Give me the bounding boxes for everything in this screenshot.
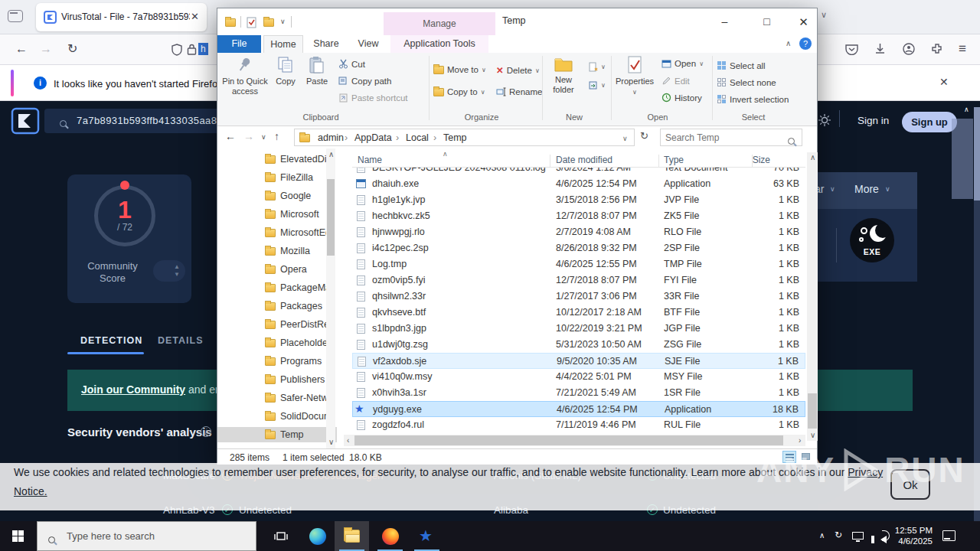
- history-button[interactable]: History: [662, 93, 702, 103]
- task-view-button[interactable]: [264, 521, 299, 551]
- info-tooltip-icon[interactable]: i: [201, 426, 211, 437]
- sidebar-item-soliddocuments[interactable]: SolidDocum: [217, 409, 337, 424]
- table-row[interactable]: dhaiuh.exe4/6/2025 12:54 PMApplication63…: [352, 176, 805, 192]
- sidebar-item-publishers[interactable]: Publishers: [217, 372, 337, 387]
- scroll-up-icon[interactable]: ∧: [810, 153, 815, 161]
- easy-access-button[interactable]: ∨: [588, 80, 606, 90]
- table-row[interactable]: x0hvih3a.1sr7/21/2021 5:49 AM1SR File1 K…: [352, 385, 805, 401]
- privacy-link[interactable]: Privacy: [848, 466, 883, 478]
- edit-button[interactable]: Edit: [662, 76, 690, 86]
- menu-icon[interactable]: ≡: [959, 43, 966, 55]
- taskbar-firefox-button[interactable]: [373, 521, 407, 551]
- new-item-button[interactable]: ∨: [588, 62, 606, 72]
- table-row[interactable]: Log.tmp4/6/2025 12:55 PMTMP File1 KB: [352, 256, 805, 272]
- tree-scroll-up-icon[interactable]: ∧: [328, 150, 334, 158]
- table-row[interactable]: zogdzfo4.rul7/11/2019 4:46 PMRUL File1 K…: [352, 417, 805, 433]
- taskbar-bookmarks-button[interactable]: ★: [410, 521, 444, 551]
- tree-scroll-down-icon[interactable]: ∨: [328, 438, 334, 446]
- select-none-button[interactable]: Select none: [717, 77, 776, 87]
- vote-widget[interactable]: ▲▼: [153, 260, 185, 282]
- copy-button[interactable]: Copy: [271, 56, 300, 86]
- network-icon[interactable]: [852, 532, 864, 540]
- tab-details[interactable]: DETAILS: [158, 335, 204, 346]
- table-row[interactable]: h1gle1yk.jvp3/15/2018 2:56 PMJVP File1 K…: [352, 192, 805, 208]
- scroll-down-icon[interactable]: ∨: [810, 431, 815, 439]
- sidebar-item-placeholder[interactable]: Placeholder: [217, 335, 337, 350]
- column-date-modified[interactable]: Date modified: [556, 155, 612, 165]
- close-button[interactable]: ✕: [786, 8, 821, 35]
- open-button[interactable]: Open∨: [662, 59, 704, 68]
- lock-icon[interactable]: [187, 44, 197, 55]
- nav-forward-icon[interactable]: →: [243, 130, 254, 142]
- sidebar-item-packages[interactable]: Packages: [217, 298, 337, 314]
- sidebar-item-packagema[interactable]: PackageMa: [217, 280, 337, 295]
- nav-up-icon[interactable]: ↑: [274, 130, 279, 142]
- minimize-button[interactable]: –: [707, 8, 742, 35]
- qat-properties-icon[interactable]: [247, 17, 257, 28]
- address-bar[interactable]: admin › AppData › Local › Temp ∨: [294, 129, 635, 146]
- join-community-link[interactable]: Join our Community: [81, 383, 185, 396]
- scroll-up-icon[interactable]: ∧: [964, 106, 969, 113]
- vote-up-icon[interactable]: ▲: [174, 264, 180, 270]
- tab-application-tools[interactable]: Application Tools: [390, 35, 488, 53]
- back-icon[interactable]: ←: [15, 43, 28, 55]
- rename-button[interactable]: Rename: [496, 87, 542, 96]
- account-icon[interactable]: [903, 43, 915, 55]
- table-row-selected[interactable]: ★ ydguyg.exe4/6/2025 12:54 PMApplication…: [352, 401, 805, 417]
- tab-close-icon[interactable]: ✕: [191, 11, 199, 23]
- breadcrumb-appdata[interactable]: AppData: [354, 132, 392, 143]
- notification-close-icon[interactable]: ✕: [939, 76, 949, 88]
- horizontal-scrollbar[interactable]: ‹ ›: [344, 435, 805, 446]
- table-row[interactable]: hechbkvc.zk512/7/2018 8:07 PMZK5 File1 K…: [352, 208, 805, 224]
- paste-button[interactable]: Paste: [302, 56, 332, 86]
- table-row[interactable]: i4c12pec.2sp8/26/2018 9:32 PM2SP File1 K…: [352, 240, 805, 256]
- breadcrumb-temp[interactable]: Temp: [443, 132, 467, 143]
- scrollbar-thumb[interactable]: [974, 107, 980, 201]
- copy-path-button[interactable]: Copy path: [338, 76, 391, 86]
- table-row[interactable]: qhsilwn2.33r1/27/2017 3:06 PM33R File1 K…: [352, 289, 805, 305]
- tab-detection[interactable]: DETECTION: [80, 335, 142, 346]
- nav-back-icon[interactable]: ←: [225, 130, 236, 142]
- cut-button[interactable]: Cut: [338, 59, 365, 69]
- taskbar-clock[interactable]: 12:55 PM 4/6/2025: [882, 525, 933, 546]
- new-folder-button[interactable]: Newfolder: [547, 56, 580, 95]
- forward-icon[interactable]: →: [40, 43, 52, 55]
- table-row[interactable]: ozm0vip5.fyi12/7/2018 8:07 PMFYI File1 K…: [352, 272, 805, 289]
- help-icon[interactable]: ?: [799, 37, 812, 50]
- collapse-ribbon-icon[interactable]: ∧: [786, 39, 791, 47]
- sidebar-item-temp[interactable]: Temp: [217, 427, 337, 442]
- sidebar-item-microsoftedge[interactable]: MicrosoftEd: [217, 225, 337, 240]
- pocket-icon[interactable]: [845, 44, 858, 55]
- sidebar-item-filezilla[interactable]: FileZilla: [217, 170, 337, 185]
- properties-button[interactable]: Properties∨: [614, 56, 655, 97]
- sidebar-item-mozilla[interactable]: Mozilla: [217, 243, 337, 259]
- tray-expand-icon[interactable]: ∧: [819, 531, 825, 540]
- tree-scrollbar[interactable]: ∧ ∨: [326, 148, 335, 448]
- sidebar-item-peerdistrep[interactable]: PeerDistRep: [217, 317, 337, 332]
- nav-history-icon[interactable]: ∨: [261, 133, 266, 141]
- details-view-button[interactable]: [782, 451, 796, 463]
- tab-view[interactable]: View: [349, 35, 387, 53]
- table-row[interactable]: qkvhseve.btf10/12/2017 2:18 AMBTF File1 …: [352, 305, 805, 321]
- tab-home[interactable]: Home: [263, 35, 303, 53]
- cookie-ok-button[interactable]: Ok: [890, 469, 930, 500]
- column-name[interactable]: Name: [358, 155, 382, 165]
- delete-button[interactable]: ✕ Delete∨: [496, 65, 540, 76]
- taskbar-search[interactable]: Type here to search: [37, 521, 256, 551]
- vote-down-icon[interactable]: ▼: [174, 272, 180, 278]
- scroll-left-icon[interactable]: ‹: [347, 436, 349, 445]
- vertical-scrollbar[interactable]: ∧ ∨: [807, 152, 818, 441]
- sign-in-link[interactable]: Sign in: [858, 115, 889, 126]
- theme-toggle-icon[interactable]: [818, 113, 831, 127]
- search-box[interactable]: Search Temp: [660, 129, 802, 146]
- reload-icon[interactable]: ↻: [67, 43, 77, 55]
- table-row[interactable]: hjnwwpgj.rlo2/7/2019 4:08 AMRLO File1 KB: [352, 224, 805, 240]
- page-scrollbar[interactable]: [974, 107, 980, 521]
- paste-shortcut-button[interactable]: Paste shortcut: [338, 93, 408, 103]
- column-size[interactable]: Size: [735, 155, 770, 165]
- tab-file[interactable]: File: [217, 35, 261, 53]
- breadcrumb-admin[interactable]: admin: [318, 132, 344, 143]
- action-center-icon[interactable]: [942, 530, 956, 541]
- scroll-thumb[interactable]: [808, 393, 817, 429]
- address-dropdown-icon[interactable]: ∨: [622, 135, 628, 142]
